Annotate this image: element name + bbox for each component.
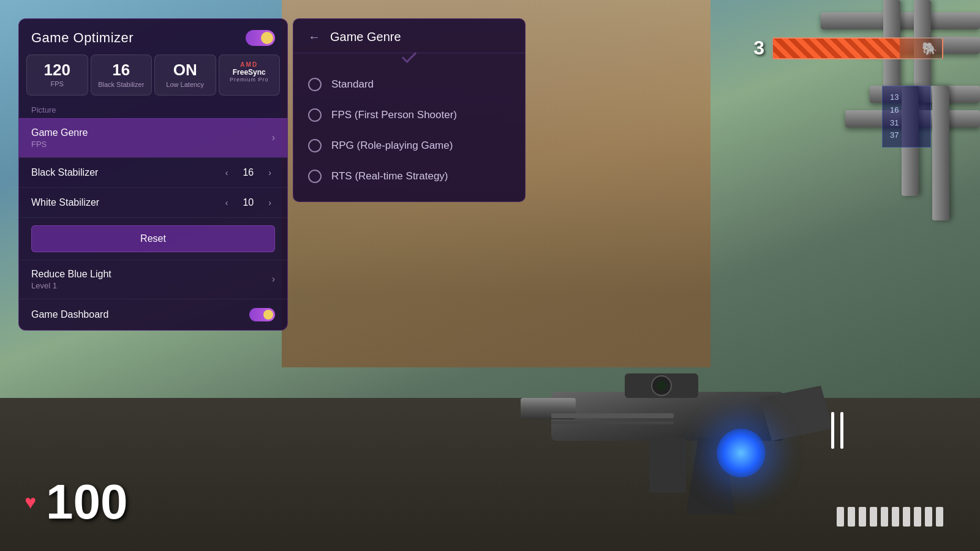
radio-rpg bbox=[308, 139, 322, 152]
reduce-blue-light-left: Reduce Blue Light Level 1 bbox=[31, 269, 111, 290]
premium-pro-text: Premium Pro bbox=[230, 77, 269, 83]
ammo-pip bbox=[859, 507, 866, 527]
weapon-chevrons bbox=[829, 410, 845, 453]
health-value: 100 bbox=[46, 478, 127, 527]
score-row: 31 bbox=[890, 117, 923, 130]
svg-point-4 bbox=[657, 381, 666, 391]
blue-energy-orb bbox=[717, 429, 766, 478]
low-latency-stat-box: ON Low Latency bbox=[154, 54, 216, 96]
chevron-right-icon: › bbox=[272, 132, 275, 143]
genre-header: ← Game Genre bbox=[293, 19, 525, 53]
svg-rect-5 bbox=[649, 438, 686, 493]
reset-container: Reset bbox=[19, 217, 287, 260]
black-stabilizer-controls: ‹ 16 › bbox=[222, 167, 275, 179]
black-stabilizer-increase-button[interactable]: › bbox=[265, 167, 275, 179]
round-count: 3 bbox=[753, 37, 764, 59]
black-stabilizer-stat-box: 16 Black Stabilizer bbox=[91, 54, 153, 96]
hud-ammo-pips bbox=[837, 507, 943, 527]
genre-label-rpg: RPG (Role-playing Game) bbox=[331, 140, 453, 152]
game-genre-menu-item[interactable]: Game Genre FPS › bbox=[19, 118, 287, 157]
genre-option-rts[interactable]: RTS (Real-time Strategy) bbox=[293, 161, 525, 192]
health-bar-fill bbox=[773, 39, 900, 58]
genre-option-standard[interactable]: Standard bbox=[293, 69, 525, 100]
reduce-blue-light-subtitle: Level 1 bbox=[31, 281, 111, 290]
white-stabilizer-controls: ‹ 10 › bbox=[222, 197, 275, 209]
genre-label-fps: FPS (First Person Shooter) bbox=[331, 109, 457, 121]
score-row: 37 bbox=[890, 129, 923, 142]
scoreboard-mini: 13 16 31 37 bbox=[882, 86, 931, 148]
freesync-text: FreeSync bbox=[233, 68, 266, 77]
genre-panel-title: Game Genre bbox=[330, 30, 401, 44]
game-genre-left: Game Genre FPS bbox=[31, 127, 88, 149]
game-dashboard-title: Game Dashboard bbox=[31, 309, 108, 320]
elephant-icon: 🐘 bbox=[922, 41, 937, 56]
section-picture-label: Picture bbox=[19, 103, 287, 118]
freesync-logo: AMD FreeSync Premium Pro bbox=[224, 61, 275, 83]
low-latency-label: Low Latency bbox=[160, 80, 211, 89]
fps-stat-box: 120 FPS bbox=[26, 54, 88, 96]
fps-label: FPS bbox=[32, 80, 83, 88]
optimizer-panel: Game Optimizer 120 FPS 16 Black Stabiliz… bbox=[18, 18, 288, 331]
radio-fps bbox=[308, 108, 322, 122]
white-stabilizer-increase-button[interactable]: › bbox=[265, 197, 275, 209]
black-stabilizer-menu-title: Black Stabilizer bbox=[31, 167, 98, 178]
reduce-blue-light-menu-item[interactable]: Reduce Blue Light Level 1 › bbox=[19, 260, 287, 299]
ammo-pip bbox=[870, 507, 877, 527]
white-stabilizer-decrease-button[interactable]: ‹ bbox=[222, 197, 232, 209]
svg-rect-7 bbox=[551, 421, 674, 424]
svg-rect-6 bbox=[551, 413, 674, 418]
game-genre-right: › bbox=[272, 132, 275, 143]
genre-back-button[interactable]: ← bbox=[308, 30, 320, 44]
health-bar: 🐘 bbox=[772, 37, 943, 59]
optimizer-title: Game Optimizer bbox=[31, 30, 134, 46]
toggle-knob bbox=[261, 32, 273, 44]
ammo-pip bbox=[892, 507, 899, 527]
game-genre-title: Game Genre bbox=[31, 127, 88, 138]
reset-button[interactable]: Reset bbox=[31, 225, 275, 252]
genre-options-list: Standard FPS (First Person Shooter) RPG … bbox=[293, 59, 525, 201]
genre-panel: ← Game Genre Standard FPS (First Person … bbox=[293, 18, 526, 202]
score-row: 16 bbox=[890, 104, 923, 117]
black-stabilizer-menu-item: Black Stabilizer ‹ 16 › bbox=[19, 157, 287, 187]
black-stabilizer-decrease-button[interactable]: ‹ bbox=[222, 167, 232, 179]
white-stabilizer-menu-item: White Stabilizer ‹ 10 › bbox=[19, 187, 287, 217]
overlay-container: Game Optimizer 120 FPS 16 Black Stabiliz… bbox=[18, 18, 526, 331]
health-bar-container: 🐘 bbox=[772, 37, 943, 59]
ammo-pip bbox=[903, 507, 910, 527]
game-dashboard-menu-item[interactable]: Game Dashboard bbox=[19, 299, 287, 330]
white-stabilizer-value: 10 bbox=[239, 197, 257, 208]
weapon-svg bbox=[502, 318, 845, 551]
amd-text: AMD bbox=[240, 61, 258, 68]
genre-label-standard: Standard bbox=[331, 78, 374, 91]
weapon-area bbox=[490, 245, 858, 551]
black-stabilizer-menu-value: 16 bbox=[239, 167, 257, 178]
score-value: 13 bbox=[890, 91, 899, 104]
optimizer-toggle[interactable] bbox=[246, 30, 275, 46]
score-value: 16 bbox=[890, 104, 899, 117]
ammo-pip bbox=[848, 507, 855, 527]
optimizer-header: Game Optimizer bbox=[19, 19, 287, 54]
game-dashboard-toggle-knob bbox=[263, 310, 273, 320]
ammo-pip bbox=[925, 507, 932, 527]
freesync-stat-box: AMD FreeSync Premium Pro bbox=[219, 54, 281, 96]
ammo-pip bbox=[936, 507, 943, 527]
hud-top-right: 3 🐘 bbox=[753, 37, 943, 59]
radio-standard bbox=[308, 78, 322, 91]
score-value: 31 bbox=[890, 117, 899, 130]
low-latency-value: ON bbox=[160, 61, 211, 79]
game-genre-subtitle: FPS bbox=[31, 140, 88, 149]
genre-option-rpg[interactable]: RPG (Role-playing Game) bbox=[293, 130, 525, 161]
black-stabilizer-value: 16 bbox=[96, 61, 147, 79]
genre-option-fps[interactable]: FPS (First Person Shooter) bbox=[293, 100, 525, 130]
score-value: 37 bbox=[890, 129, 899, 142]
black-stabilizer-label: Black Stabilizer bbox=[96, 80, 147, 89]
score-row: 13 bbox=[890, 91, 923, 104]
heart-icon: ♥ bbox=[24, 491, 36, 514]
radio-rts bbox=[308, 170, 322, 183]
ammo-pip bbox=[914, 507, 921, 527]
reduce-blue-light-right: › bbox=[272, 274, 275, 285]
stats-row: 120 FPS 16 Black Stabilizer ON Low Laten… bbox=[26, 54, 280, 96]
game-dashboard-toggle[interactable] bbox=[249, 308, 275, 321]
ammo-pip bbox=[881, 507, 888, 527]
hud-bottom-left: ♥ 100 bbox=[24, 478, 127, 527]
